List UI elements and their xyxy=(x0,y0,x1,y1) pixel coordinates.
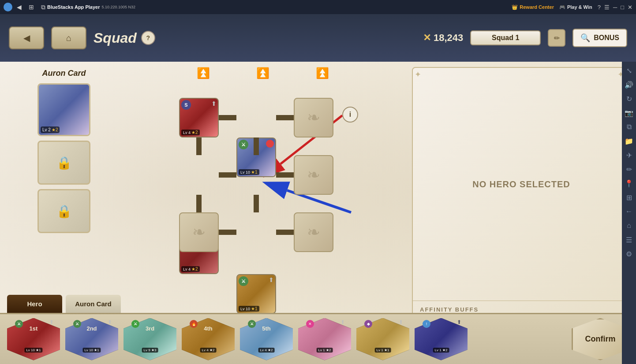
slot-arrows-1: ⬆ xyxy=(49,319,54,325)
sidebar-back-arrow[interactable]: ← xyxy=(624,206,634,217)
slot-level-6: Lv 1 ★2 xyxy=(317,348,333,353)
currency-value: 18,243 xyxy=(434,32,463,44)
empty-cell-icon-2-0: ❧ xyxy=(192,223,206,241)
nav-forward-btn[interactable]: ⊞ xyxy=(27,4,36,11)
page-title: Squad xyxy=(94,30,137,46)
play-win-btn[interactable]: 🎮 Play & Win xyxy=(559,4,592,10)
slot-level-2: Lv 10 ★1 xyxy=(82,348,101,353)
empty-cell-1-2[interactable]: ❧ xyxy=(294,155,333,195)
edit-squad-button[interactable]: ✏ xyxy=(548,29,565,47)
maximize-icon[interactable]: □ xyxy=(621,4,624,11)
help-question-icon: ? xyxy=(146,34,150,41)
confirm-button[interactable]: Confirm xyxy=(572,318,629,360)
slot-type-badge-6: ✕ xyxy=(306,320,314,328)
sidebar-airplane-icon[interactable]: ✈ xyxy=(624,150,634,160)
connector-h-2-1 xyxy=(276,230,294,235)
hero-slot-2[interactable]: 2nd Lv 10 ★1 ⚔ ⬆ xyxy=(65,318,118,360)
locked-slot-1: 🔒 xyxy=(37,141,90,185)
nav-home-btn[interactable]: ⧉ xyxy=(39,4,47,11)
reward-center-btn[interactable]: 👑 Reward Center xyxy=(512,4,554,10)
red-dot-badge xyxy=(266,140,274,148)
up-arrows-row: ⏫ ⏫ ⏫ xyxy=(170,67,364,80)
sidebar-rotate-icon[interactable]: ↻ xyxy=(624,93,634,104)
slot-label-3: 3rd xyxy=(146,325,154,332)
lock-icon-2: 🔒 xyxy=(56,204,72,219)
slot-type-badge-3: ⚔ xyxy=(131,320,139,328)
sidebar-edit-icon[interactable]: ✏ xyxy=(624,164,634,175)
slot-label-1: 1st xyxy=(30,325,38,332)
sidebar-home-icon[interactable]: ⌂ xyxy=(624,220,634,231)
connector-v-col1-0 xyxy=(254,137,259,155)
slot-label-2: 2nd xyxy=(86,325,97,332)
tab-auron-card[interactable]: Auron Card xyxy=(66,295,121,313)
hero-img-4: ⚔ ⬆ Lv 10★1 xyxy=(237,275,275,313)
hero-level-3: Lv 4★2 xyxy=(181,266,200,272)
slot-label-5: 5th xyxy=(262,325,271,332)
empty-cell-2-0[interactable]: ❧ xyxy=(179,212,219,252)
game-area: ◀ ⌂ Squad ? ✕ 18,243 Squad 1 ✏ 🔍 BONUS A… xyxy=(0,14,636,364)
nav-back-btn[interactable]: ◀ xyxy=(15,4,23,11)
auron-card-title: Auron Card xyxy=(42,69,86,78)
close-icon[interactable]: ✕ xyxy=(628,4,632,11)
connector-v-col1-1-yellow xyxy=(254,195,259,212)
hero-cell-1[interactable]: S ⬆ Lv 4★2 xyxy=(179,98,219,137)
hero-slot-5[interactable]: 5th Lv 4 ★2 ⚔ xyxy=(240,318,293,360)
tab-hero[interactable]: Hero xyxy=(7,295,62,313)
slot-arrows-7: ⬆ xyxy=(399,319,403,325)
hero-slot-6[interactable]: Lv 1 ★2 ✕ ⬆ xyxy=(298,318,351,360)
back-button[interactable]: ◀ xyxy=(9,26,44,49)
auron-card-slot[interactable]: Lv 2 ★2 xyxy=(37,83,90,136)
hero-level-4: Lv 10★1 xyxy=(239,306,259,312)
slot-arrows-2: ⬆ xyxy=(108,319,112,325)
sidebar-layers-icon[interactable]: ⊞ xyxy=(624,192,634,203)
sidebar-screenshot-icon[interactable]: 📷 xyxy=(624,108,634,118)
app-version: 5.10.220.1005 N32 xyxy=(101,5,512,9)
sidebar-volume-icon[interactable]: 🔊 xyxy=(624,79,634,90)
connector-h-1-1 xyxy=(276,172,294,178)
home-button[interactable]: ⌂ xyxy=(51,26,86,49)
slot-type-badge-4: 🔥 xyxy=(190,320,198,328)
card-level-badge: Lv 2 ★2 xyxy=(41,126,60,133)
bonus-button[interactable]: 🔍 BONUS xyxy=(572,29,627,47)
sidebar-folder-icon[interactable]: 📁 xyxy=(624,136,634,146)
locked-slot-2: 🔒 xyxy=(37,189,90,233)
slot-type-badge-2: ⚔ xyxy=(73,320,81,328)
sidebar-settings-icon[interactable]: ⚙ xyxy=(624,249,634,259)
squad-selector[interactable]: Squad 1 xyxy=(470,30,541,45)
hero-info-box: ✦ ✦ ✦ ✦ NO HERO SELECTED AFFINITY BUFFS … xyxy=(412,67,631,331)
currency-display: ✕ 18,243 xyxy=(423,32,463,44)
empty-cell-0-2[interactable]: ❧ xyxy=(294,98,333,137)
squad-help-button[interactable]: ? xyxy=(141,31,155,45)
bottom-panel: 1st Lv 10 ★1 ⚔ ⬆ 2nd Lv 10 ★1 ⚔ ⬆ xyxy=(0,313,636,364)
titlebar-right: 👑 Reward Center 🎮 Play & Win ? ☰ ─ □ ✕ xyxy=(512,4,632,11)
sidebar-menu-icon[interactable]: ☰ xyxy=(624,234,634,245)
connector-v-col0-0 xyxy=(196,137,202,155)
slot-type-badge-5: ⚔ xyxy=(248,320,256,328)
hero-slot-7[interactable]: Lv 1 ★1 ◆ ⬆ xyxy=(356,318,409,360)
hero-level-2: Lv 10★1 xyxy=(239,169,259,175)
slot-level-7: Lv 1 ★1 xyxy=(375,348,391,353)
slot-type-badge-1: ⚔ xyxy=(15,320,23,328)
connector-h-2-0 xyxy=(219,230,236,235)
sidebar-location-icon[interactable]: 📍 xyxy=(624,178,634,189)
slot-level-5: Lv 4 ★2 xyxy=(258,348,275,353)
titlebar: ◀ ⊞ ⧉ BlueStacks App Player 5.10.220.100… xyxy=(0,0,636,14)
empty-cell-2-2[interactable]: ❧ xyxy=(294,212,333,252)
help-icon[interactable]: ? xyxy=(598,4,601,11)
hero-upgrade-1: ⬆ xyxy=(211,100,217,107)
corner-tl: ✦ xyxy=(415,70,425,80)
info-button[interactable]: i xyxy=(342,107,358,123)
hero-slot-8[interactable]: Lv 1 ★2 ! ⬆ xyxy=(415,318,468,360)
hero-type-2: ⚔ xyxy=(239,140,248,149)
hero-slot-1[interactable]: 1st Lv 10 ★1 ⚔ ⬆ xyxy=(7,318,60,360)
hero-cell-4[interactable]: ⚔ ⬆ Lv 10★1 xyxy=(236,274,276,314)
slot-label-4: 4th xyxy=(204,325,213,332)
sidebar-copy-icon[interactable]: ⧉ xyxy=(624,122,634,132)
minimize-icon[interactable]: ─ xyxy=(613,4,617,11)
sidebar-expand-icon[interactable]: ⤡ xyxy=(624,65,634,76)
connector-h-0-1 xyxy=(276,115,294,120)
hero-slot-4[interactable]: 4th Lv 4 ★2 🔥 xyxy=(182,318,235,360)
hero-slot-3[interactable]: 3rd Lv 9 ★3 ⚔ xyxy=(123,318,176,360)
reward-icon: 👑 xyxy=(512,4,518,10)
menu-icon[interactable]: ☰ xyxy=(604,4,610,11)
